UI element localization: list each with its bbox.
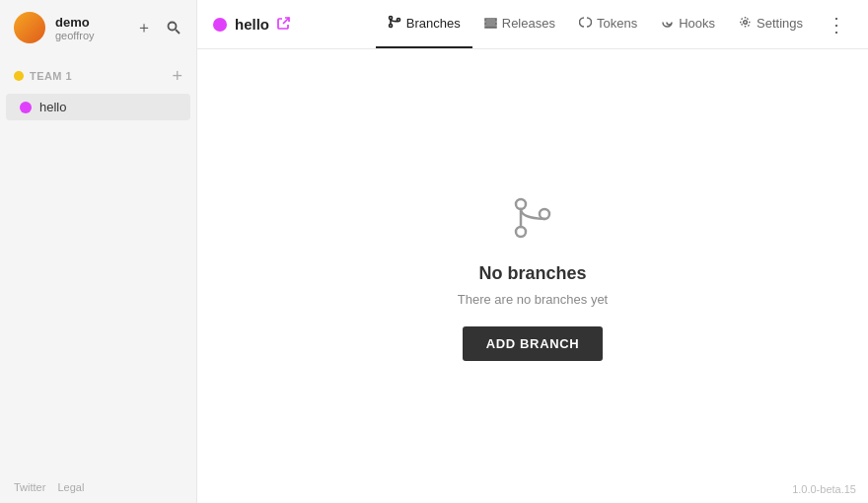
nav-tabs: Branches Releases Tokens	[376, 0, 815, 48]
sidebar-action-buttons: ＋	[133, 17, 184, 38]
user-avatar	[14, 12, 45, 43]
tab-releases[interactable]: Releases	[472, 0, 567, 48]
project-dot	[20, 102, 32, 113]
svg-point-4	[389, 25, 392, 28]
more-options-button[interactable]: ⋮	[821, 13, 852, 36]
project-name: hello	[39, 100, 66, 114]
svg-point-3	[389, 17, 392, 20]
project-item-hello[interactable]: hello	[6, 94, 190, 120]
add-branch-button[interactable]: ADD BRANCH	[463, 326, 604, 361]
team-section: Team 1 +	[0, 55, 196, 93]
topnav: hello	[197, 0, 868, 49]
svg-point-0	[169, 23, 177, 31]
footer-legal-link[interactable]: Legal	[57, 481, 84, 493]
sidebar-user-area: demo geoffroy ＋	[0, 0, 196, 55]
svg-rect-8	[485, 23, 496, 25]
svg-point-12	[516, 227, 526, 237]
footer-twitter-link[interactable]: Twitter	[14, 481, 45, 493]
project-title: hello	[235, 16, 269, 33]
add-team-button[interactable]: +	[172, 67, 182, 85]
add-button[interactable]: ＋	[133, 17, 155, 38]
empty-state-title: No branches	[478, 263, 586, 284]
hooks-icon	[661, 16, 674, 32]
tab-branches[interactable]: Branches	[376, 0, 472, 48]
tokens-icon	[579, 16, 592, 32]
svg-point-11	[516, 199, 526, 209]
tab-tokens[interactable]: Tokens	[567, 0, 649, 48]
team-name: Team 1	[30, 70, 72, 82]
svg-rect-9	[485, 27, 496, 28]
tab-settings[interactable]: Settings	[727, 0, 815, 48]
svg-point-13	[540, 209, 549, 219]
releases-icon	[484, 16, 497, 32]
project-title-area: hello	[213, 16, 370, 33]
empty-state: No branches There are no branches yet AD…	[458, 192, 608, 361]
tab-tokens-label: Tokens	[597, 16, 637, 31]
svg-point-10	[744, 20, 748, 24]
project-title-dot	[213, 18, 227, 32]
team-row: Team 1 +	[14, 63, 182, 89]
tab-releases-label: Releases	[502, 16, 555, 31]
branches-empty-icon	[507, 192, 558, 248]
content-area: No branches There are no branches yet AD…	[197, 49, 868, 503]
branches-icon	[388, 15, 401, 32]
tab-hooks[interactable]: Hooks	[649, 0, 727, 48]
main-content: hello	[197, 0, 868, 503]
team-label: Team 1	[14, 70, 72, 82]
empty-state-subtitle: There are no branches yet	[458, 292, 608, 307]
tab-settings-label: Settings	[757, 16, 803, 31]
external-link-icon[interactable]	[277, 17, 290, 33]
svg-line-1	[176, 30, 180, 34]
team-dot	[14, 71, 24, 81]
sidebar-footer: Twitter Legal	[0, 471, 196, 503]
search-button[interactable]	[163, 17, 184, 38]
sidebar: demo geoffroy ＋ Team 1 + hello Twitter	[0, 0, 197, 503]
svg-line-2	[283, 18, 289, 24]
tab-hooks-label: Hooks	[679, 16, 715, 31]
svg-rect-7	[485, 19, 496, 21]
settings-icon	[739, 16, 752, 32]
version-badge: 1.0.0-beta.15	[792, 483, 856, 495]
tab-branches-label: Branches	[406, 16, 461, 31]
